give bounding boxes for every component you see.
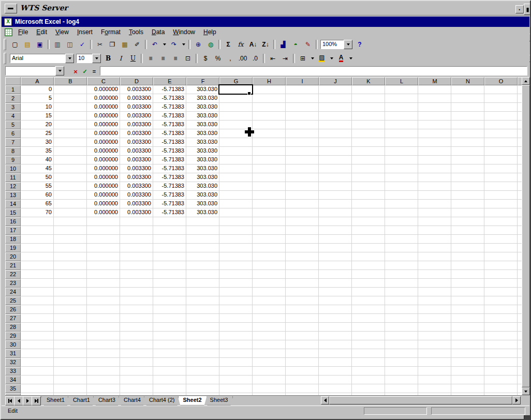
autosum-button[interactable]: Σ	[222, 39, 234, 50]
cell-G35[interactable]	[219, 384, 253, 393]
cell-C5[interactable]: 0.000000	[87, 121, 120, 129]
cell-I24[interactable]	[286, 288, 319, 296]
cell-F32[interactable]	[186, 358, 219, 367]
row-header-35[interactable]: 35	[5, 384, 21, 393]
cell-G24[interactable]	[219, 288, 253, 296]
cell-K30[interactable]	[352, 340, 385, 349]
cell-I31[interactable]	[286, 349, 319, 358]
cell-J8[interactable]	[319, 147, 352, 156]
cell-G10[interactable]	[219, 164, 253, 173]
cell-N11[interactable]	[451, 173, 484, 182]
cell-C17[interactable]	[87, 226, 120, 235]
cell-N2[interactable]	[451, 94, 484, 103]
cell-O11[interactable]	[484, 173, 518, 182]
cell-B5[interactable]	[54, 121, 87, 129]
font-name-combobox[interactable]: Arial	[10, 54, 74, 63]
cell-H5[interactable]	[253, 121, 286, 129]
column-header-F[interactable]: F	[186, 77, 219, 85]
cell-F19[interactable]	[186, 244, 219, 252]
cell-L17[interactable]	[385, 226, 418, 235]
cell-C4[interactable]: 0.000000	[87, 112, 120, 121]
cell-I23[interactable]	[286, 279, 319, 288]
font-size-combobox[interactable]: 10	[76, 54, 101, 63]
cell-A33[interactable]	[21, 367, 54, 376]
cell-J19[interactable]	[319, 244, 352, 252]
row-header-14[interactable]: 14	[5, 200, 21, 208]
cell-D3[interactable]: 0.003300	[120, 103, 153, 112]
cell-E2[interactable]: -5.71383	[153, 94, 186, 103]
cell-G17[interactable]	[219, 226, 253, 235]
cell-G8[interactable]	[219, 147, 253, 156]
cell-H23[interactable]	[253, 279, 286, 288]
cell-F2[interactable]: 303.030	[186, 94, 219, 103]
bold-button[interactable]: B	[102, 53, 114, 64]
cell-J4[interactable]	[319, 112, 352, 121]
cell-O25[interactable]	[484, 296, 518, 305]
cell-G3[interactable]	[219, 103, 253, 112]
cell-D1[interactable]: 0.003300	[120, 85, 153, 94]
cell-D21[interactable]	[120, 261, 153, 270]
cell-C3[interactable]: 0.000000	[87, 103, 120, 112]
cell-E25[interactable]	[153, 296, 186, 305]
cell-M22[interactable]	[418, 270, 451, 279]
cell-N34[interactable]	[451, 376, 484, 384]
cell-L32[interactable]	[385, 358, 418, 367]
sheet-tab-chart4[interactable]: Chart4	[119, 396, 146, 406]
cell-D16[interactable]	[120, 217, 153, 226]
cell-A32[interactable]	[21, 358, 54, 367]
cell-P15[interactable]	[518, 208, 522, 217]
cell-E34[interactable]	[153, 376, 186, 384]
cell-H8[interactable]	[253, 147, 286, 156]
print-preview-button[interactable]: ◫	[64, 39, 76, 50]
cell-K21[interactable]	[352, 261, 385, 270]
cell-B29[interactable]	[54, 332, 87, 340]
cell-J1[interactable]	[319, 85, 352, 94]
cell-J29[interactable]	[319, 332, 352, 340]
cell-A20[interactable]	[21, 252, 54, 261]
cell-D22[interactable]	[120, 270, 153, 279]
cell-D5[interactable]: 0.003300	[120, 121, 153, 129]
cell-D8[interactable]: 0.003300	[120, 147, 153, 156]
cell-I17[interactable]	[286, 226, 319, 235]
toolbar-drag-handle[interactable]	[4, 39, 6, 50]
cell-C28[interactable]	[87, 323, 120, 332]
cell-H34[interactable]	[253, 376, 286, 384]
cell-P27[interactable]	[518, 314, 522, 323]
cell-B3[interactable]	[54, 103, 87, 112]
cell-C8[interactable]: 0.000000	[87, 147, 120, 156]
cell-K15[interactable]	[352, 208, 385, 217]
cell-H32[interactable]	[253, 358, 286, 367]
font-name-value[interactable]: Arial	[10, 54, 65, 63]
cell-N31[interactable]	[451, 349, 484, 358]
cell-A25[interactable]	[21, 296, 54, 305]
cell-I4[interactable]	[286, 112, 319, 121]
column-header-B[interactable]: B	[54, 77, 87, 85]
cell-P32[interactable]	[518, 358, 522, 367]
cell-M35[interactable]	[418, 384, 451, 393]
cell-A14[interactable]: 65	[21, 200, 54, 208]
cell-H1[interactable]	[253, 85, 286, 94]
cell-H12[interactable]	[253, 182, 286, 191]
cell-O22[interactable]	[484, 270, 518, 279]
cell-I16[interactable]	[286, 217, 319, 226]
cell-N21[interactable]	[451, 261, 484, 270]
cell-L30[interactable]	[385, 340, 418, 349]
cell-L26[interactable]	[385, 305, 418, 314]
cell-N16[interactable]	[451, 217, 484, 226]
cell-P14[interactable]	[518, 200, 522, 208]
cell-P29[interactable]	[518, 332, 522, 340]
row-header-28[interactable]: 28	[5, 323, 21, 332]
cell-E4[interactable]: -5.71383	[153, 112, 186, 121]
row-header-23[interactable]: 23	[5, 279, 21, 288]
cell-K35[interactable]	[352, 384, 385, 393]
cell-O29[interactable]	[484, 332, 518, 340]
cell-P8[interactable]	[518, 147, 522, 156]
cell-F9[interactable]: 303.030	[186, 156, 219, 164]
fill-color-dropdown-button[interactable]	[328, 53, 335, 64]
cell-L35[interactable]	[385, 384, 418, 393]
cell-K3[interactable]	[352, 103, 385, 112]
row-header-4[interactable]: 4	[5, 112, 21, 121]
cell-N9[interactable]	[451, 156, 484, 164]
cell-F7[interactable]: 303.030	[186, 138, 219, 147]
print-button[interactable]: ▥	[51, 39, 64, 50]
